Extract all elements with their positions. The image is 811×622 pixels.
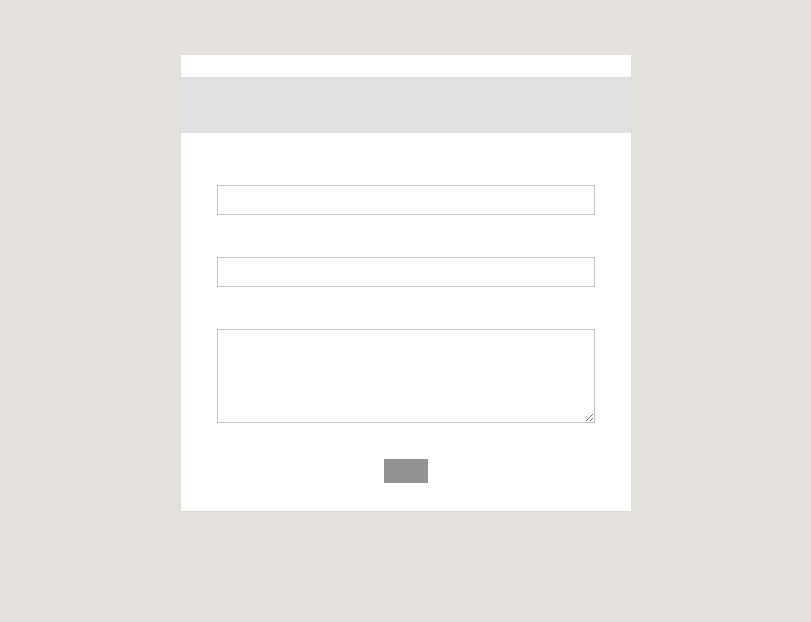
full-name-input[interactable] xyxy=(217,185,595,215)
full-name-group xyxy=(217,161,595,215)
submit-button[interactable] xyxy=(384,459,428,483)
message-label xyxy=(217,305,595,321)
message-textarea[interactable] xyxy=(217,329,595,423)
email-input[interactable] xyxy=(217,257,595,287)
form-body xyxy=(181,133,631,511)
form-header xyxy=(181,77,631,133)
full-name-label xyxy=(217,161,595,177)
contact-card xyxy=(181,55,631,511)
submit-wrap xyxy=(217,457,595,483)
email-group xyxy=(217,233,595,287)
message-group xyxy=(217,305,595,427)
email-label xyxy=(217,233,595,249)
